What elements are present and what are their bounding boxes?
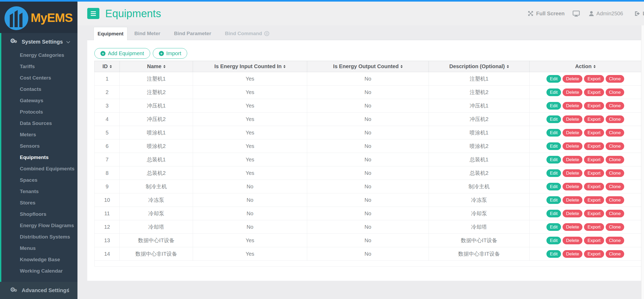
export-button[interactable]: Export: [584, 142, 604, 150]
logout-button[interactable]: Log out: [634, 11, 644, 17]
export-button[interactable]: Export: [584, 156, 604, 163]
sidebar-item-sensors[interactable]: Sensors: [1, 140, 77, 152]
display-button[interactable]: [573, 11, 580, 17]
clone-button[interactable]: Clone: [606, 183, 624, 190]
export-button[interactable]: Export: [584, 88, 604, 96]
edit-button[interactable]: Edit: [546, 156, 561, 163]
edit-button[interactable]: Edit: [546, 88, 561, 96]
add-equipment-button[interactable]: + Add Equipment: [94, 48, 150, 59]
export-button[interactable]: Export: [584, 169, 604, 177]
edit-button[interactable]: Edit: [546, 115, 561, 123]
export-button[interactable]: Export: [584, 102, 604, 110]
delete-button[interactable]: Delete: [563, 169, 582, 177]
sidebar-item-protocols[interactable]: Protocols: [1, 106, 77, 118]
sidebar-item-working-calendar[interactable]: Working Calendar: [1, 265, 77, 277]
sidebar-item-shopfloors[interactable]: Shopfloors: [1, 208, 77, 220]
column-header-description[interactable]: Description (Optional): [429, 61, 530, 72]
export-button[interactable]: Export: [584, 223, 604, 231]
edit-button[interactable]: Edit: [546, 237, 561, 244]
edit-button[interactable]: Edit: [546, 102, 561, 110]
sidebar-item-energy-flow-diagrams[interactable]: Energy Flow Diagrams: [1, 220, 77, 231]
column-header-output-counted[interactable]: Is Energy Output Counted: [307, 61, 429, 72]
sidebar-item-tenants[interactable]: Tenants: [1, 186, 77, 197]
column-header-action[interactable]: Action: [530, 61, 641, 72]
delete-button[interactable]: Delete: [563, 88, 582, 96]
export-button[interactable]: Export: [584, 115, 604, 123]
export-button[interactable]: Export: [584, 196, 604, 204]
clone-button[interactable]: Clone: [606, 250, 624, 258]
clone-button[interactable]: Clone: [606, 210, 624, 217]
tab-bind-parameter[interactable]: Bind Parameter: [167, 27, 218, 40]
sidebar-item-tariffs[interactable]: Tariffs: [1, 61, 77, 72]
cell-output: No: [307, 72, 429, 86]
export-button[interactable]: Export: [584, 210, 604, 217]
delete-button[interactable]: Delete: [563, 156, 582, 163]
sidebar-item-equipments[interactable]: Equipments: [1, 152, 77, 163]
logo[interactable]: MyEMS: [0, 0, 77, 33]
clone-button[interactable]: Clone: [606, 142, 624, 150]
export-button[interactable]: Export: [584, 129, 604, 137]
delete-button[interactable]: Delete: [563, 142, 582, 150]
sidebar-item-cost-centers[interactable]: Cost Centers: [1, 72, 77, 83]
column-header-input-counted[interactable]: Is Energy Input Counted In: [193, 61, 307, 72]
full-screen-button[interactable]: Full Screen: [527, 10, 565, 17]
column-header-id[interactable]: ID: [95, 61, 120, 72]
export-button[interactable]: Export: [584, 75, 604, 83]
clone-button[interactable]: Clone: [606, 196, 624, 204]
sidebar-item-spaces[interactable]: Spaces: [1, 174, 77, 186]
sidebar-item-stores[interactable]: Stores: [1, 197, 77, 208]
delete-button[interactable]: Delete: [563, 183, 582, 190]
sidebar-section-system-settings[interactable]: ⚙⚙ System Settings: [1, 35, 77, 48]
delete-button[interactable]: Delete: [563, 237, 582, 244]
clone-button[interactable]: Clone: [606, 115, 624, 123]
export-button[interactable]: Export: [584, 250, 604, 258]
cell-id: 1: [95, 72, 120, 86]
delete-button[interactable]: Delete: [563, 129, 582, 137]
sidebar-item-combined-equipments[interactable]: Combined Equipments: [1, 163, 77, 174]
sidebar-item-knowledge-base[interactable]: Knowledge Base: [1, 254, 77, 265]
sidebar-item-contacts[interactable]: Contacts: [1, 83, 77, 95]
delete-button[interactable]: Delete: [563, 75, 582, 83]
tab-bind-command[interactable]: Bind Command: [218, 27, 276, 40]
clone-button[interactable]: Clone: [606, 88, 624, 96]
column-header-name[interactable]: Name: [120, 61, 193, 72]
delete-button[interactable]: Delete: [563, 250, 582, 258]
tab-bind-meter[interactable]: Bind Meter: [127, 27, 167, 40]
sidebar-item-energy-categories[interactable]: Energy Categories: [1, 49, 77, 61]
edit-button[interactable]: Edit: [546, 75, 561, 83]
delete-button[interactable]: Delete: [563, 210, 582, 217]
sidebar-item-data-sources[interactable]: Data Sources: [1, 118, 77, 129]
clone-button[interactable]: Clone: [606, 102, 624, 110]
clone-button[interactable]: Clone: [606, 129, 624, 137]
export-button[interactable]: Export: [584, 183, 604, 190]
sidebar-item-menus[interactable]: Menus: [1, 242, 77, 254]
edit-button[interactable]: Edit: [546, 129, 561, 137]
edit-button[interactable]: Edit: [546, 196, 561, 204]
sidebar-toggle-button[interactable]: [87, 8, 99, 19]
edit-button[interactable]: Edit: [546, 169, 561, 177]
edit-button[interactable]: Edit: [546, 142, 561, 150]
sidebar-item-meters[interactable]: Meters: [1, 129, 77, 140]
user-menu[interactable]: Admin2506: [589, 11, 623, 17]
sidebar-item-gateways[interactable]: Gateways: [1, 95, 77, 106]
cell-output: No: [307, 126, 429, 139]
edit-button[interactable]: Edit: [546, 250, 561, 258]
sidebar-item-distribution-systems[interactable]: Distribution Systems: [1, 231, 77, 242]
edit-button[interactable]: Edit: [546, 223, 561, 231]
export-button[interactable]: Export: [584, 237, 604, 244]
delete-button[interactable]: Delete: [563, 196, 582, 204]
delete-button[interactable]: Delete: [563, 102, 582, 110]
clone-button[interactable]: Clone: [606, 156, 624, 163]
clone-button[interactable]: Clone: [606, 237, 624, 244]
delete-button[interactable]: Delete: [563, 223, 582, 231]
tab-equipment[interactable]: Equipment: [94, 27, 127, 40]
clone-button[interactable]: Clone: [606, 223, 624, 231]
edit-button[interactable]: Edit: [546, 210, 561, 217]
edit-button[interactable]: Edit: [546, 183, 561, 190]
sidebar-section-advanced-settings[interactable]: ⚙⚙ Advanced Settings: [0, 282, 77, 299]
delete-button[interactable]: Delete: [563, 115, 582, 123]
clone-button[interactable]: Clone: [606, 169, 624, 177]
clone-button[interactable]: Clone: [606, 75, 624, 83]
scrollbar[interactable]: [641, 25, 644, 299]
import-button[interactable]: + Import: [153, 48, 187, 59]
